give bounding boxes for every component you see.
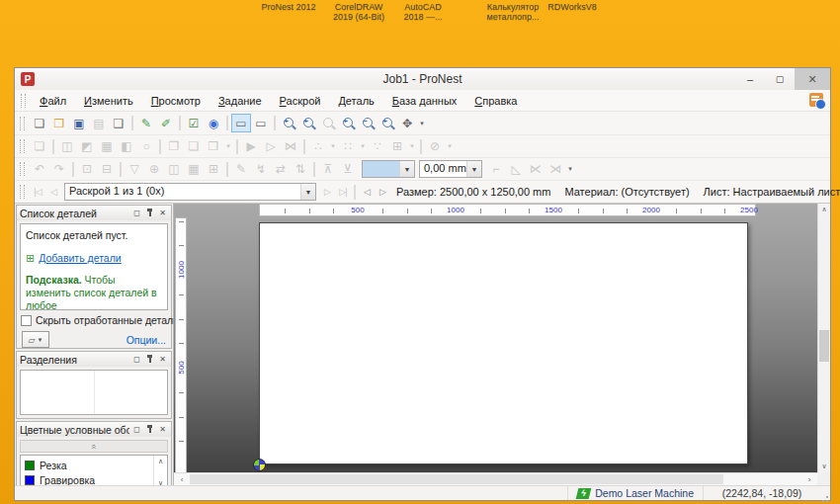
edit-part-list-icon[interactable]: ✎	[136, 114, 156, 132]
partitions-panel-header[interactable]: Разделения	[17, 352, 171, 367]
notification-icon[interactable]	[809, 93, 823, 107]
lead-position-icon[interactable]: ⌐	[486, 160, 506, 179]
print-icon[interactable]: ▤	[89, 114, 109, 132]
vertical-scroll-thumb[interactable]	[819, 330, 829, 362]
scroll-up-icon[interactable]: ∧	[818, 204, 830, 215]
chevron-down-icon[interactable]: ▼	[300, 184, 315, 200]
toolbar-grip[interactable]	[20, 185, 25, 199]
parts-filter-button[interactable]: ▱▼	[22, 331, 49, 348]
parts-list-panel-header[interactable]: Список деталей	[17, 206, 171, 220]
new-job-icon[interactable]: ❏	[30, 114, 49, 132]
start-autonest-icon[interactable]: ▶	[241, 137, 261, 156]
menu-view[interactable]: Просмотр	[142, 91, 210, 111]
circle-tool-icon[interactable]: ○	[136, 137, 156, 156]
prev-nest-icon[interactable]: ◁	[45, 183, 61, 202]
next-sheet-icon[interactable]: ▷	[375, 183, 390, 202]
lead-angle-icon[interactable]: ◺	[506, 160, 526, 179]
pan-icon[interactable]: ✥	[397, 114, 417, 132]
cluster-icon[interactable]: ∴	[308, 137, 328, 156]
color-legend-panel-header[interactable]: Цветные условные обоз...	[17, 422, 171, 437]
optimize-nest-icon[interactable]: ⋈	[281, 137, 300, 156]
stop-process-icon[interactable]: ⊘	[425, 137, 445, 156]
last-nest-icon[interactable]: ▷|	[335, 183, 351, 202]
cut-sequence-combo[interactable]: ▼	[362, 160, 415, 178]
zoom-window-icon[interactable]: +	[279, 114, 298, 132]
menu-help[interactable]: Справка	[465, 91, 526, 111]
job-setup-icon[interactable]: ☑	[184, 114, 204, 132]
zoom-in-icon[interactable]: +	[298, 114, 318, 132]
maximize-button[interactable]	[765, 68, 795, 90]
scroll-right-icon[interactable]: ›	[803, 473, 815, 485]
cluster-caret[interactable]: ▾	[328, 137, 338, 156]
job-info-icon[interactable]: ◉	[204, 114, 223, 132]
zoom-previous-icon[interactable]	[318, 114, 338, 132]
desktop-icon-coreldraw[interactable]: CorelDRAW 2019 (64-Bit)	[320, 2, 397, 22]
panel-close-icon[interactable]	[157, 354, 168, 365]
move-to-nest-icon[interactable]: ❏	[30, 137, 49, 156]
desktop-icon-autocad[interactable]: AutoCAD 2018 —...	[391, 2, 455, 22]
redo-icon[interactable]: ↷	[49, 160, 69, 179]
legend-collapse-bar[interactable]: «	[20, 440, 168, 453]
minimize-button[interactable]	[735, 68, 765, 90]
import-parts-icon[interactable]: ✐	[156, 114, 176, 132]
flip-part-icon[interactable]: ▽	[125, 160, 144, 179]
open-job-icon[interactable]: ❒	[49, 114, 69, 132]
legend-scrollbar[interactable]: ∧ ∨	[153, 456, 167, 489]
desktop-icon-pronest[interactable]: ProNest 2012	[253, 2, 324, 12]
menu-database[interactable]: База данных	[383, 91, 466, 111]
edit-geometry-icon[interactable]: ✎	[231, 160, 251, 179]
machine-status[interactable]: ϟ Demo Laser Machine	[567, 486, 703, 500]
first-nest-icon[interactable]: |◁	[30, 183, 45, 202]
next-nest-icon[interactable]: ▷	[319, 183, 335, 202]
toolbar-overflow-caret[interactable]: ▾	[565, 160, 575, 179]
scroll-left-icon[interactable]: ‹	[176, 473, 188, 485]
duplicate-sheet-icon[interactable]: ❏	[184, 137, 204, 156]
save-job-icon[interactable]: ▣	[69, 114, 89, 132]
toolbar-grip[interactable]	[20, 162, 25, 176]
new-sheet-icon[interactable]: ❐	[164, 137, 184, 156]
offset-combo[interactable]: 0,00 mm ▼	[419, 160, 482, 178]
menu-nest[interactable]: Раскрой	[271, 91, 330, 111]
pair-caret[interactable]: ▾	[358, 137, 368, 156]
options-link[interactable]: Опции...	[126, 334, 166, 346]
sheet[interactable]	[259, 222, 748, 464]
zoom-out-icon[interactable]: −	[358, 114, 378, 132]
delete-sheet-icon[interactable]: ❒	[204, 137, 223, 156]
panel-float-icon[interactable]	[131, 424, 142, 435]
array-part-icon[interactable]: ▦	[184, 160, 204, 179]
chevron-down-icon[interactable]: ▼	[399, 161, 414, 177]
rotate-right-icon[interactable]: ⊟	[97, 160, 117, 179]
scroll-down-icon[interactable]: ∨	[818, 461, 830, 472]
panel-pin-icon[interactable]	[144, 208, 155, 218]
title-bar[interactable]: P Job1 - ProNest	[15, 68, 830, 90]
menu-file[interactable]: Файл	[31, 91, 75, 111]
menu-part[interactable]: Деталь	[329, 91, 382, 111]
align-bottom-icon[interactable]: ⊻	[338, 160, 358, 179]
panel-float-icon[interactable]	[131, 208, 142, 218]
sequence-down-icon[interactable]: ⋊	[546, 160, 565, 179]
dock-part-icon[interactable]: ◫	[164, 160, 184, 179]
toolbar-grip[interactable]	[21, 94, 26, 108]
select-tool-icon[interactable]: ◫	[57, 137, 77, 156]
panel-pin-icon[interactable]	[144, 354, 155, 365]
partitions-list-box[interactable]	[20, 370, 168, 415]
nest-canvas[interactable]: 5001000150020002500 5001000 ∧ ∨ ‹ ›	[174, 204, 830, 485]
horizontal-scroll-thumb[interactable]	[190, 474, 723, 484]
resize-grip[interactable]	[820, 486, 830, 500]
print-preview-icon[interactable]: ❑	[109, 114, 128, 132]
pair-icon[interactable]: ∷	[338, 137, 358, 156]
close-button[interactable]	[795, 68, 830, 90]
prev-sheet-icon[interactable]: ◁	[359, 183, 375, 202]
hide-processed-checkbox[interactable]	[21, 315, 32, 326]
legend-row[interactable]: Резка	[21, 458, 153, 472]
nest-selector-combo[interactable]: Раскрой 1 из 1 (0x) ▼	[64, 183, 316, 201]
undo-icon[interactable]: ↶	[30, 160, 49, 179]
sheet-options-caret[interactable]: ▾	[223, 137, 233, 156]
nest-part-icon[interactable]: ⊞	[204, 160, 223, 179]
vertical-scrollbar[interactable]: ∧ ∨	[817, 204, 830, 472]
resume-autonest-icon[interactable]: ▷	[261, 137, 281, 156]
measure-tool-icon[interactable]: ◩	[77, 137, 97, 156]
panel-float-icon[interactable]	[131, 354, 142, 365]
add-parts-link[interactable]: Добавить детали	[39, 252, 121, 265]
view-plate-icon[interactable]: ▭	[251, 114, 271, 132]
